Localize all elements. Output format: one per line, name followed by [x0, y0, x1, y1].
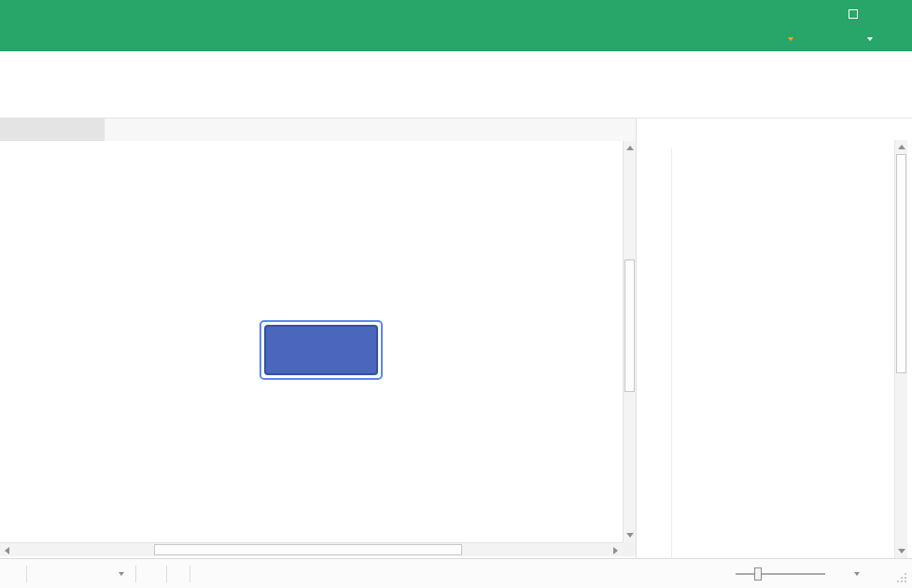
upgrade-vip-button[interactable] — [783, 37, 793, 41]
divider — [135, 566, 136, 582]
chevron-down-icon — [119, 572, 124, 576]
chevron-down-icon — [854, 572, 860, 576]
resize-grip[interactable] — [897, 573, 906, 582]
window-title — [0, 0, 912, 27]
canvas-horizontal-scrollbar[interactable] — [0, 542, 623, 556]
panel-scroll-up-arrow[interactable] — [895, 140, 907, 154]
page-select-dropdown[interactable] — [38, 572, 124, 576]
scroll-up-arrow[interactable] — [624, 141, 637, 155]
close-button[interactable] — [875, 3, 903, 25]
title-bar — [0, 0, 912, 27]
zoom-level-dropdown[interactable] — [849, 572, 860, 576]
panel-scroll-thumb[interactable] — [896, 154, 906, 373]
ribbon-toolbar — [0, 51, 912, 119]
maximize-icon — [849, 9, 858, 19]
panel-scroll-down-arrow[interactable] — [895, 544, 907, 558]
format-panel-header — [637, 119, 912, 143]
window-controls — [804, 3, 908, 25]
panel-icon-strip — [638, 148, 672, 558]
panel-body — [674, 148, 894, 558]
minimize-button[interactable] — [804, 3, 832, 25]
divider — [189, 566, 190, 582]
canvas-vertical-scrollbar[interactable] — [623, 141, 636, 542]
menu-right-actions — [783, 27, 912, 51]
skin-theme-button[interactable] — [863, 37, 873, 41]
divider — [166, 566, 167, 582]
status-bar-right — [699, 572, 912, 576]
central-topic-selection — [260, 320, 383, 380]
document-tab-bar — [0, 119, 636, 141]
status-bar — [0, 558, 912, 588]
status-bar-left — [0, 559, 190, 588]
scroll-down-arrow[interactable] — [624, 528, 637, 542]
scroll-left-arrow[interactable] — [0, 543, 14, 557]
document-tab[interactable] — [0, 119, 105, 141]
zoom-slider[interactable] — [736, 573, 825, 575]
horizontal-scroll-thumb[interactable] — [154, 544, 462, 555]
chevron-down-icon — [867, 37, 873, 41]
app-logo-icon — [4, 3, 29, 25]
central-topic[interactable] — [264, 325, 378, 375]
menu-bar — [0, 27, 912, 51]
panel-scrollbar[interactable] — [894, 140, 907, 558]
maximize-button[interactable] — [839, 3, 867, 25]
format-panel — [636, 119, 912, 558]
divider — [26, 566, 27, 582]
quick-access-toolbar — [4, 0, 29, 27]
scroll-right-arrow[interactable] — [609, 543, 623, 557]
menu-tabs — [0, 27, 7, 51]
scrollbar-corner — [623, 542, 636, 556]
chevron-down-icon — [788, 37, 793, 41]
vertical-scroll-thumb[interactable] — [624, 259, 635, 392]
zoom-slider-handle[interactable] — [754, 567, 762, 581]
